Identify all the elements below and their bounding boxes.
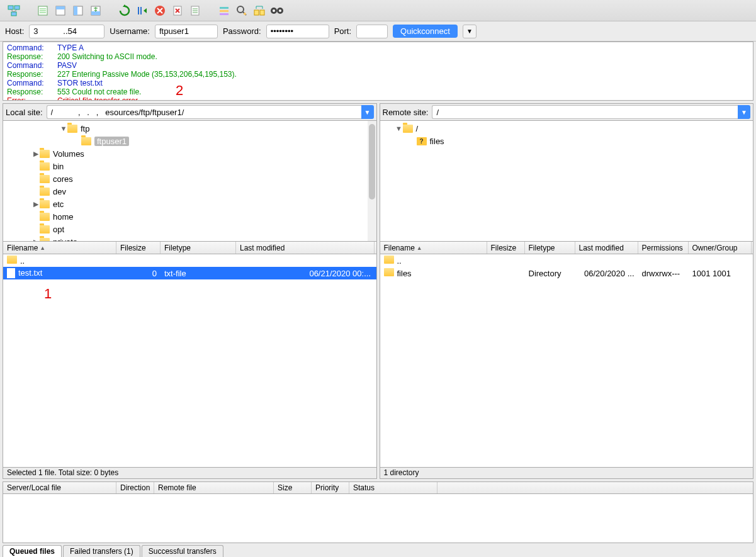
queue-header: Server/Local fileDirectionRemote fileSiz… [3,481,753,494]
tree-item[interactable]: cores [6,172,374,185]
tree-item[interactable]: ▼ftp [6,122,374,135]
folder-icon [40,150,50,158]
process-queue-icon[interactable] [135,3,150,18]
remote-pane: Remote site: ▼ ▼/?files Filename▲Filesiz… [380,103,754,479]
sync-browse-icon[interactable] [269,3,285,18]
column-header[interactable]: Filesize [487,242,525,254]
column-header[interactable]: Server/Local file [3,482,116,493]
username-input[interactable] [155,25,218,38]
tree-item[interactable]: ?files [383,135,751,147]
remote-site-label: Remote site: [383,108,429,117]
toggle-queue-icon[interactable] [88,3,103,18]
tree-item[interactable]: ▼/ [383,122,751,135]
host-input[interactable] [29,25,104,38]
folder-icon: ? [417,137,427,145]
queue-tab[interactable]: Failed transfers (1) [63,545,140,557]
file-cell: Directory [525,269,575,278]
tree-item-label: opt [53,225,64,234]
local-file-list[interactable]: ..test.txt0txt-file06/21/2020 00:...1 [3,254,377,468]
svg-line-3 [11,9,14,12]
folder-icon [7,256,17,264]
column-header[interactable]: Direction [116,482,154,493]
column-header[interactable]: Status [349,482,437,493]
file-row[interactable]: test.txt0txt-file06/21/2020 00:... [3,267,376,279]
username-label: Username: [110,26,150,36]
column-header[interactable]: Owner/Group [689,242,752,254]
local-path-dropdown[interactable]: ▼ [361,105,374,119]
compare-icon[interactable] [252,3,267,18]
svg-point-26 [237,6,244,13]
disconnect-icon[interactable] [170,3,185,18]
queue-tab[interactable]: Queued files [3,545,62,557]
svg-rect-30 [260,10,264,15]
file-row[interactable]: .. [380,254,753,267]
tree-item[interactable]: ▶Volumes [6,147,374,160]
column-header[interactable]: Priority [312,482,349,493]
column-header[interactable]: Last modified [236,242,375,254]
queue-tabs: Queued filesFailed transfers (1)Successf… [3,543,753,557]
folder-icon [384,256,394,264]
file-row[interactable]: .. [3,254,376,267]
quickconnect-button[interactable]: Quickconnect [393,25,458,38]
remote-pathbar: Remote site: ▼ [380,103,754,121]
disclosure-triangle-icon[interactable]: ▶ [32,238,40,242]
column-header[interactable]: Filetype [525,242,575,254]
quickconnect-history-dropdown[interactable]: ▼ [463,25,477,38]
queue-body[interactable] [3,494,753,543]
log-line: Response:553 Could not create file. [7,87,749,96]
tree-item[interactable]: dev [6,185,374,198]
folder-icon [40,188,50,196]
filter-icon[interactable] [217,3,232,18]
disclosure-triangle-icon[interactable]: ▼ [60,125,67,132]
local-path-input[interactable] [47,105,361,119]
tree-item[interactable]: ftpuser1 [6,135,374,147]
file-cell: txt-file [161,269,236,278]
password-input[interactable] [266,25,329,38]
file-row[interactable]: filesDirectory06/20/2020 ...drwxrwx---10… [380,267,753,279]
tree-item[interactable]: bin [6,160,374,172]
folder-icon [384,268,394,276]
toggle-log-icon[interactable] [35,3,50,18]
search-icon[interactable] [234,3,249,18]
disclosure-triangle-icon[interactable]: ▶ [32,150,40,158]
refresh-icon[interactable] [117,3,132,18]
tree-item[interactable]: ▶private [6,235,374,242]
disclosure-triangle-icon[interactable]: ▼ [395,125,403,132]
remote-file-list[interactable]: ..filesDirectory06/20/2020 ...drwxrwx---… [380,254,754,468]
toggle-remotetree-icon[interactable] [71,3,86,18]
port-input[interactable] [356,25,388,38]
cancel-icon[interactable] [152,3,167,18]
file-cell: .. [380,256,487,266]
column-header[interactable]: Filename▲ [380,242,487,254]
file-cell: 1001 1001 [689,269,752,278]
column-header[interactable]: Remote file [154,482,274,493]
column-header[interactable]: Filesize [116,242,161,254]
column-header[interactable]: Size [274,482,312,493]
file-cell: files [380,268,487,278]
queue-tab[interactable]: Successful transfers [142,545,223,557]
reconnect-icon[interactable] [188,3,203,18]
svg-point-34 [279,9,281,12]
local-tree-scrollbar[interactable] [368,121,376,241]
column-header[interactable]: Last modified [575,242,638,254]
message-log[interactable]: Command:TYPE AResponse:200 Switching to … [3,42,753,101]
tree-item-label: ftp [81,124,89,133]
remote-tree[interactable]: ▼/?files [380,121,754,242]
svg-point-28 [244,13,246,15]
column-header[interactable]: Filename▲ [3,242,116,254]
disclosure-triangle-icon[interactable]: ▶ [32,200,40,208]
file-cell: 06/21/2020 00:... [236,269,375,278]
sitemanager-icon[interactable] [6,3,21,18]
tree-item[interactable]: home [6,210,374,223]
remote-path-dropdown[interactable]: ▼ [738,105,750,119]
column-header[interactable]: Permissions [638,242,689,254]
svg-line-4 [14,9,17,12]
tree-item[interactable]: opt [6,223,374,235]
local-pathbar: Local site: ▼ [3,103,377,121]
tree-item-label: home [53,212,74,222]
local-tree[interactable]: ▼ftpftpuser1▶Volumesbincoresdev▶etchomeo… [3,121,377,242]
tree-item[interactable]: ▶etc [6,198,374,210]
remote-path-input[interactable] [432,105,738,119]
toggle-localtree-icon[interactable] [53,3,68,18]
column-header[interactable]: Filetype [161,242,236,254]
